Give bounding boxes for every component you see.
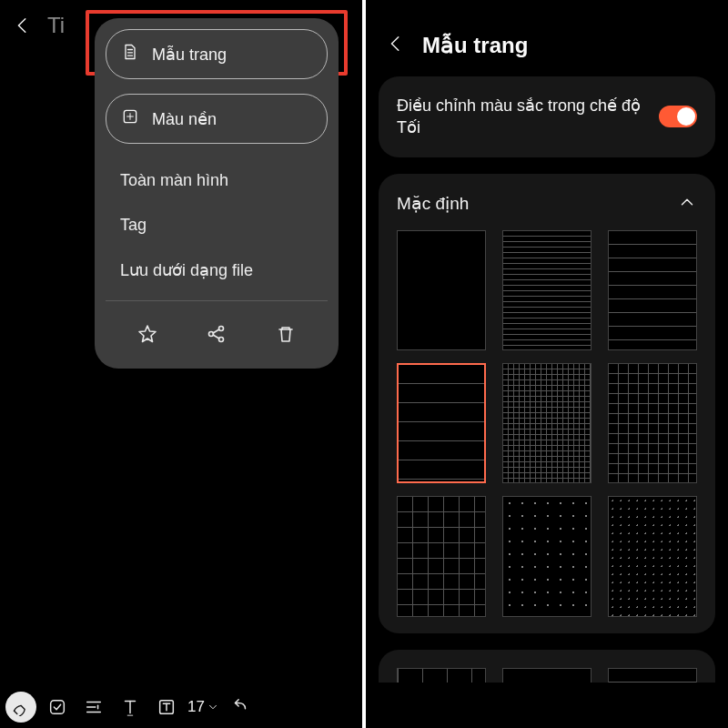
page-template-header: Mẫu trang xyxy=(366,0,728,76)
note-title-stub[interactable]: Ti xyxy=(47,13,65,38)
default-templates-header[interactable]: Mặc định xyxy=(397,192,697,216)
default-templates-card: Mặc định xyxy=(379,174,715,633)
partial-templates-grid xyxy=(397,668,697,682)
editor-pane: Ti Mẫu trang Màu nền Toàn màn hình Tag L… xyxy=(0,0,362,728)
svg-point-5 xyxy=(209,332,214,337)
dark-color-adjust-label: Điều chỉnh màu sắc trong chế độ Tối xyxy=(397,95,646,139)
template-dots[interactable] xyxy=(502,496,592,616)
bg-color-icon xyxy=(121,107,139,130)
next-templates-card-partial xyxy=(379,650,715,682)
svg-point-7 xyxy=(219,338,224,342)
template-grid-med[interactable] xyxy=(608,363,697,483)
tag-label: Tag xyxy=(120,216,147,234)
editor-bottom-toolbar: 17 xyxy=(0,686,362,728)
svg-marker-4 xyxy=(139,326,156,342)
template-list-lines[interactable] xyxy=(608,668,697,682)
back-icon[interactable] xyxy=(386,34,406,57)
fullscreen-label: Toàn màn hình xyxy=(120,171,228,189)
template-dots-small[interactable] xyxy=(608,496,697,616)
bg-color-label: Màu nền xyxy=(152,109,217,129)
save-as-file-menu-item[interactable]: Lưu dưới dạng file xyxy=(106,248,328,293)
tag-menu-item[interactable]: Tag xyxy=(106,203,328,248)
template-hlines-tall[interactable] xyxy=(397,363,486,483)
svg-line-9 xyxy=(213,335,219,339)
delete-icon[interactable] xyxy=(273,321,298,347)
font-size-selector[interactable]: 17 xyxy=(187,698,219,716)
favorite-icon[interactable] xyxy=(135,321,160,347)
page-template-menu-item[interactable]: Mẫu trang xyxy=(106,29,328,79)
default-templates-label: Mặc định xyxy=(397,193,469,214)
text-style-button[interactable] xyxy=(115,692,146,723)
share-icon[interactable] xyxy=(204,321,229,347)
page-template-icon xyxy=(121,43,139,66)
dark-color-adjust-card: Điều chỉnh màu sắc trong chế độ Tối xyxy=(379,76,715,157)
dark-color-adjust-toggle[interactable] xyxy=(659,106,697,127)
template-checkbox-list[interactable] xyxy=(502,668,592,682)
menu-divider xyxy=(106,300,328,301)
save-as-file-label: Lưu dưới dạng file xyxy=(120,261,253,279)
svg-point-6 xyxy=(219,327,224,331)
font-size-value: 17 xyxy=(187,698,205,716)
bg-color-menu-item[interactable]: Màu nền xyxy=(106,94,328,144)
template-blank[interactable] xyxy=(397,230,486,350)
page-template-title: Mẫu trang xyxy=(422,33,528,58)
template-hlines-fine[interactable] xyxy=(502,230,592,350)
template-grid-wide[interactable] xyxy=(397,496,486,616)
text-box-button[interactable] xyxy=(151,692,182,723)
fullscreen-menu-item[interactable]: Toàn màn hình xyxy=(106,158,328,203)
overflow-menu: Mẫu trang Màu nền Toàn màn hình Tag Lưu … xyxy=(95,18,339,369)
undo-button[interactable] xyxy=(225,692,256,723)
pen-tool-button[interactable] xyxy=(5,692,36,723)
templates-grid xyxy=(397,230,697,617)
page-template-pane: Mẫu trang Điều chỉnh màu sắc trong chế đ… xyxy=(366,0,728,728)
svg-line-8 xyxy=(213,329,219,333)
format-indent-button[interactable] xyxy=(78,692,109,723)
page-template-label: Mẫu trang xyxy=(152,45,227,65)
back-icon[interactable] xyxy=(13,15,33,35)
chevron-up-icon xyxy=(677,192,697,216)
menu-action-row xyxy=(106,305,328,352)
checkbox-tool-button[interactable] xyxy=(42,692,73,723)
template-grid-fine[interactable] xyxy=(502,363,592,483)
svg-rect-10 xyxy=(51,701,65,714)
template-hlines-wide[interactable] xyxy=(608,230,697,350)
template-dash-grid[interactable] xyxy=(397,668,486,682)
